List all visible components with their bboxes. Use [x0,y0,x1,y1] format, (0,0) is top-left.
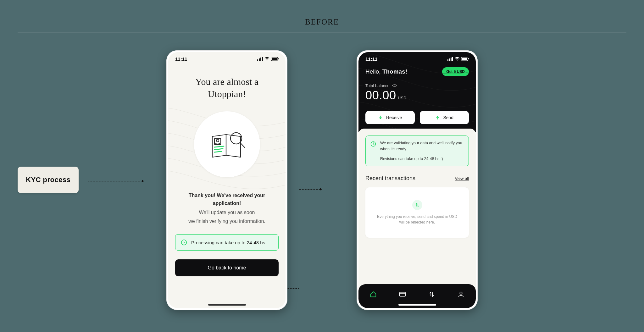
wifi-icon [264,57,269,61]
recent-transactions-title: Recent transactions [365,175,415,182]
processing-text: Processing can take up to 24-48 hs [191,240,265,245]
balance-label-row: Total balance [365,83,469,88]
home-indicator [208,304,246,306]
svg-rect-1 [259,58,260,61]
svg-rect-5 [272,58,277,60]
svg-rect-0 [257,59,258,61]
promo-button[interactable]: Get 5 USD [442,67,469,76]
svg-line-9 [214,146,224,147]
svg-point-8 [216,139,219,142]
svg-rect-18 [452,57,453,61]
eye-icon[interactable] [392,83,397,88]
tab-profile[interactable] [454,288,468,302]
status-time: 11:11 [175,56,187,62]
transactions-empty-state: Everything you receive, send and spend i… [365,187,469,238]
swap-arrows-icon [415,202,420,208]
confirmation-sub1: We'll update you as soon [175,209,279,217]
battery-icon [461,57,469,61]
send-button[interactable]: Send [420,111,469,124]
validation-text-1: We are validating your data and we'll no… [380,140,464,152]
balance-label: Total balance [365,83,390,88]
home-icon [370,291,377,298]
svg-rect-24 [400,292,405,296]
phone-kyc-confirmation: 11:11 [166,50,287,310]
processing-banner: Processing can take up to 24-48 hs [175,234,279,251]
page-title: You are almost a Utoppian! [175,75,279,100]
svg-point-22 [394,85,395,86]
clock-icon [180,239,187,246]
receive-button[interactable]: Receive [365,111,415,124]
svg-point-26 [460,292,462,294]
balance-value: 00.00 USD [365,89,469,102]
empty-hint: Everything you receive, send and spend i… [375,214,459,225]
go-home-button[interactable]: Go back to home [175,259,279,276]
divider [18,32,626,32]
svg-rect-20 [462,58,467,60]
svg-rect-15 [447,59,448,61]
confirmation-sub2: we finish verifying you information. [175,218,279,225]
section-header: BEFORE [18,18,626,32]
confirmation-title: Thank you! We've received your applicati… [175,192,279,208]
svg-rect-6 [278,58,279,59]
svg-line-10 [214,149,223,150]
home-indicator [398,304,436,306]
illustration-passport [194,111,260,177]
svg-line-11 [214,152,222,152]
status-time: 11:11 [365,56,377,62]
receive-label: Receive [386,115,402,120]
phone-home-dashboard: 11:11 Hello, [357,50,478,310]
card-icon [399,291,406,298]
svg-rect-21 [468,58,469,59]
confirmation-message: Thank you! We've received your applicati… [175,192,279,225]
greeting-name: Thomas! [382,68,407,75]
battery-icon [271,57,279,61]
svg-rect-17 [451,58,452,61]
send-label: Send [443,115,453,120]
balance-currency: USD [398,96,407,100]
swap-arrows-icon [428,291,435,298]
tab-card[interactable] [396,288,409,302]
cellular-signal-icon [447,57,453,61]
clock-icon [370,141,376,147]
greeting-prefix: Hello, [365,68,382,75]
svg-rect-3 [262,57,263,61]
validation-text-2: Revisions can take up to 24-48 hs :) [380,156,464,162]
profile-icon [458,291,464,298]
arrow-up-icon [435,115,440,120]
swap-icon-badge [412,200,422,210]
status-bar: 11:11 [365,52,469,65]
validation-banner: We are validating your data and we'll no… [365,136,469,166]
view-all-link[interactable]: View all [455,176,469,181]
section-title: BEFORE [18,18,626,26]
tab-transfer[interactable] [425,288,438,302]
svg-rect-16 [449,58,450,61]
tab-home[interactable] [367,288,380,302]
wifi-icon [455,57,460,61]
greeting: Hello, Thomas! [365,68,407,75]
arrow-down-icon [378,115,383,120]
status-bar: 11:11 [168,52,286,65]
svg-rect-2 [260,58,261,61]
balance-amount: 00.00 [365,89,396,102]
cellular-signal-icon [257,57,263,61]
